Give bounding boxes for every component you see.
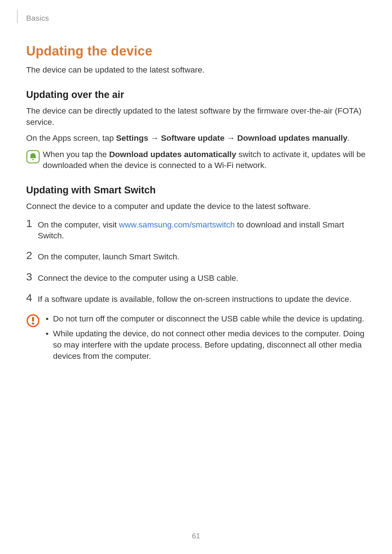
page-number: 61 xyxy=(0,532,392,540)
ota-paragraph-1: The device can be directly updated to th… xyxy=(26,106,366,128)
caution-item: • Do not turn off the computer or discon… xyxy=(44,313,366,324)
caution-exclamation-icon xyxy=(26,314,40,328)
arrow-glyph: → xyxy=(148,134,161,143)
bold-software-update: Software update xyxy=(161,134,224,143)
step-text: On the computer, launch Smart Switch. xyxy=(38,250,179,262)
bullet-glyph: • xyxy=(44,328,53,362)
step-number: 1 xyxy=(26,218,38,229)
step-row: 4 If a software update is available, fol… xyxy=(26,292,366,305)
text-fragment: When you tap the xyxy=(43,150,109,159)
steps-list: 1 On the computer, visit www.samsung.com… xyxy=(26,218,366,305)
note-bell-icon xyxy=(26,150,40,164)
intro-text: The device can be updated to the latest … xyxy=(26,65,366,75)
bold-download-auto: Download updates automatically xyxy=(109,150,236,159)
svg-point-3 xyxy=(32,322,34,324)
section-heading-ota: Updating over the air xyxy=(26,89,366,100)
bold-settings: Settings xyxy=(116,134,148,143)
step-row: 1 On the computer, visit www.samsung.com… xyxy=(26,218,366,242)
step-text: Connect the device to the computer using… xyxy=(38,271,238,284)
step-number: 2 xyxy=(26,250,38,261)
step-number: 4 xyxy=(26,292,38,303)
bold-download-manually: Download updates manually xyxy=(237,134,347,143)
page-title: Updating the device xyxy=(26,44,366,59)
step-row: 2 On the computer, launch Smart Switch. xyxy=(26,250,366,262)
svg-rect-2 xyxy=(32,317,34,321)
step-text: If a software update is available, follo… xyxy=(38,292,351,305)
caution-text: Do not turn off the computer or disconne… xyxy=(53,313,366,324)
step-number: 3 xyxy=(26,271,38,282)
ota-paragraph-2: On the Apps screen, tap Settings → Softw… xyxy=(26,133,366,144)
smartswitch-link[interactable]: www.samsung.com/smartswitch xyxy=(119,220,235,229)
section-heading-smart-switch: Updating with Smart Switch xyxy=(26,185,366,196)
step-row: 3 Connect the device to the computer usi… xyxy=(26,271,366,284)
note-text: When you tap the Download updates automa… xyxy=(43,149,366,171)
text-fragment: On the Apps screen, tap xyxy=(26,134,116,143)
breadcrumb: Basics xyxy=(26,14,366,22)
caution-list: • Do not turn off the computer or discon… xyxy=(44,313,366,365)
header-rule xyxy=(17,10,17,23)
arrow-glyph: → xyxy=(224,134,237,143)
text-fragment: On the computer, visit xyxy=(38,220,119,229)
caution-item: • While updating the device, do not conn… xyxy=(44,328,366,362)
text-fragment: . xyxy=(347,134,350,143)
caution-block: • Do not turn off the computer or discon… xyxy=(26,313,366,365)
smart-paragraph-1: Connect the device to a computer and upd… xyxy=(26,201,366,212)
note-block: When you tap the Download updates automa… xyxy=(26,149,366,171)
step-text: On the computer, visit www.samsung.com/s… xyxy=(38,218,366,242)
caution-text: While updating the device, do not connec… xyxy=(53,328,366,362)
bullet-glyph: • xyxy=(44,313,53,324)
